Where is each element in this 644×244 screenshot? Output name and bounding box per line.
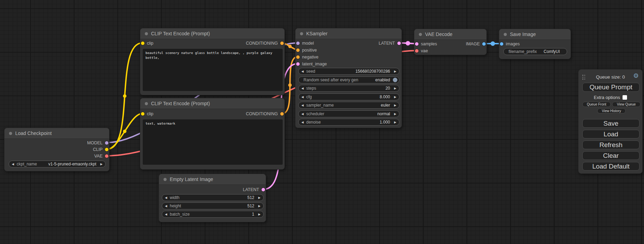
increment-arrow-icon[interactable]: ▶ (258, 205, 261, 208)
clip-port-icon[interactable] (141, 112, 144, 116)
decrement-arrow-icon[interactable]: ◀ (165, 213, 167, 216)
width-widget[interactable]: ◀ width 512 ▶ (162, 194, 264, 201)
node-title-bar[interactable]: Load Checkpoint (5, 128, 109, 139)
node-clip-text-encode-negative[interactable]: CLIP Text Encode (Prompt) clip CONDITION… (140, 98, 285, 170)
output-slot-conditioning[interactable]: CONDITIONING (246, 111, 284, 117)
decrement-arrow-icon[interactable]: ◀ (12, 163, 14, 166)
decrement-arrow-icon[interactable]: ◀ (301, 96, 304, 99)
node-title-bar[interactable]: KSampler (295, 28, 402, 39)
prompt-textarea[interactable]: beautiful scenery nature glass bottle la… (143, 49, 283, 91)
seed-widget[interactable]: ◀ seed 156680208700286 ▶ (298, 68, 399, 75)
clear-button[interactable]: Clear (582, 151, 639, 160)
node-vae-decode[interactable]: VAE Decode samples vae IMAGE (414, 29, 487, 55)
node-title-bar[interactable]: VAE Decode (414, 29, 486, 40)
clip-port-icon[interactable] (141, 42, 144, 45)
image-port-icon[interactable] (482, 42, 486, 46)
refresh-button[interactable]: Refresh (582, 141, 639, 149)
prompt-textarea[interactable]: text, watermark (143, 119, 283, 165)
vae-port-icon[interactable] (415, 49, 418, 53)
link-midpoint-dot-samples[interactable] (406, 41, 410, 46)
increment-arrow-icon[interactable]: ▶ (394, 121, 396, 124)
filename-prefix-widget[interactable]: filename_prefix ComfyUI (503, 48, 567, 55)
input-slot-samples[interactable]: samples (415, 41, 437, 47)
graph-canvas[interactable]: Load Checkpoint MODEL CLIP VAE ◀ ckpt_na… (0, 0, 644, 244)
output-slot-latent[interactable]: LATENT (243, 187, 265, 193)
model-port-icon[interactable] (296, 42, 300, 45)
output-slot-model[interactable]: MODEL (87, 140, 108, 146)
collapse-dot-icon[interactable] (9, 132, 12, 135)
increment-arrow-icon[interactable]: ▶ (394, 96, 396, 99)
input-slot-latent-image[interactable]: latent_image (296, 61, 327, 67)
collapse-dot-icon[interactable] (504, 33, 507, 36)
steps-widget[interactable]: ◀ steps 20 ▶ (298, 85, 399, 92)
settings-gear-icon[interactable]: ⚙ (633, 73, 639, 79)
output-slot-clip[interactable]: CLIP (93, 146, 108, 153)
random-seed-toggle-widget[interactable]: Random seed after every gen enabled (298, 76, 399, 83)
image-port-icon[interactable] (500, 42, 503, 46)
latent-port-icon[interactable] (296, 62, 300, 66)
node-ksampler[interactable]: KSampler model positive negative latent_… (295, 28, 402, 128)
increment-arrow-icon[interactable]: ▶ (258, 196, 261, 199)
increment-arrow-icon[interactable]: ▶ (394, 112, 396, 116)
input-slot-images[interactable]: images (500, 41, 520, 47)
input-slot-negative[interactable]: negative (296, 54, 318, 60)
conditioning-port-icon[interactable] (280, 112, 284, 116)
collapse-dot-icon[interactable] (145, 102, 148, 105)
node-empty-latent-image[interactable]: Empty Latent Image LATENT ◀ width 512 ▶ … (159, 174, 266, 222)
link-midpoint-dot-cond-negative[interactable] (288, 83, 292, 87)
model-port-icon[interactable] (105, 141, 108, 145)
decrement-arrow-icon[interactable]: ◀ (301, 70, 304, 73)
decrement-arrow-icon[interactable]: ◀ (165, 196, 167, 199)
view-queue-button[interactable]: View Queue (612, 102, 641, 107)
ckpt-name-widget[interactable]: ◀ ckpt_name v1-5-pruned-emaonly.ckpt ▶ (9, 161, 106, 168)
node-title-bar[interactable]: Save Image (499, 29, 571, 40)
input-slot-vae[interactable]: vae (415, 48, 428, 54)
conditioning-port-icon[interactable] (296, 55, 300, 59)
decrement-arrow-icon[interactable]: ◀ (301, 104, 304, 107)
node-title-bar[interactable]: CLIP Text Encode (Prompt) (140, 28, 284, 39)
increment-arrow-icon[interactable]: ▶ (100, 163, 103, 166)
conditioning-port-icon[interactable] (280, 42, 284, 45)
scheduler-widget[interactable]: ◀ scheduler normal ▶ (298, 110, 399, 117)
increment-arrow-icon[interactable]: ▶ (394, 70, 396, 73)
output-slot-conditioning[interactable]: CONDITIONING (246, 40, 284, 46)
vae-port-icon[interactable] (105, 154, 108, 158)
link-midpoint-dot-clip-negative[interactable] (123, 130, 126, 133)
output-slot-latent[interactable]: LATENT (379, 40, 401, 46)
node-clip-text-encode-positive[interactable]: CLIP Text Encode (Prompt) clip CONDITION… (140, 28, 285, 95)
decrement-arrow-icon[interactable]: ◀ (165, 205, 167, 208)
collapse-dot-icon[interactable] (145, 32, 148, 35)
toggle-on-icon[interactable] (393, 78, 397, 82)
cfg-widget[interactable]: ◀ cfg 8.000 ▶ (298, 93, 399, 100)
save-button[interactable]: Save (582, 119, 639, 128)
load-default-button[interactable]: Load Default (582, 162, 639, 171)
link-midpoint-dot-clip-positive[interactable] (123, 94, 126, 98)
queue-front-button[interactable]: Queue Front (582, 102, 611, 107)
view-history-button[interactable]: View History (597, 108, 626, 114)
collapse-dot-icon[interactable] (300, 32, 303, 35)
input-slot-clip[interactable]: clip (141, 40, 153, 46)
input-slot-model[interactable]: model (296, 40, 314, 46)
decrement-arrow-icon[interactable]: ◀ (301, 87, 304, 90)
link-midpoint-dot-cond-positive[interactable] (288, 45, 292, 48)
node-load-checkpoint[interactable]: Load Checkpoint MODEL CLIP VAE ◀ ckpt_na… (4, 128, 109, 171)
output-slot-vae[interactable]: VAE (94, 153, 108, 159)
node-save-image[interactable]: Save Image images filename_prefix ComfyU… (499, 29, 571, 59)
output-slot-image[interactable]: IMAGE (466, 41, 486, 47)
collapse-dot-icon[interactable] (419, 33, 422, 36)
denoise-widget[interactable]: ◀ denoise 1.000 ▶ (298, 119, 399, 126)
increment-arrow-icon[interactable]: ▶ (394, 104, 396, 107)
height-widget[interactable]: ◀ height 512 ▶ (162, 202, 264, 209)
clip-port-icon[interactable] (105, 148, 108, 151)
increment-arrow-icon[interactable]: ▶ (258, 213, 261, 216)
latent-port-icon[interactable] (415, 42, 418, 46)
decrement-arrow-icon[interactable]: ◀ (301, 121, 304, 124)
decrement-arrow-icon[interactable]: ◀ (301, 112, 304, 116)
increment-arrow-icon[interactable]: ▶ (394, 87, 396, 90)
latent-port-icon[interactable] (397, 42, 401, 45)
node-title-bar[interactable]: Empty Latent Image (159, 174, 266, 185)
batch-size-widget[interactable]: ◀ batch_size 1 ▶ (162, 211, 264, 218)
extra-options-checkbox[interactable] (623, 95, 627, 100)
queue-prompt-button[interactable]: Queue Prompt (582, 83, 639, 92)
load-button[interactable]: Load (582, 130, 639, 138)
